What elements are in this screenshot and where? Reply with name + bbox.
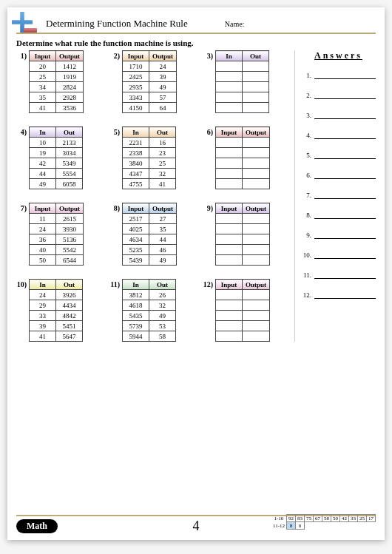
table-row: 543949	[123, 255, 177, 266]
answer-number: 6.	[301, 172, 311, 179]
answer-number: 12.	[301, 291, 311, 299]
problem: 9)InputOutput	[203, 203, 288, 266]
table-row	[216, 224, 270, 234]
table-cell: 41	[30, 331, 56, 342]
table-cell: 5451	[56, 321, 83, 331]
column-header: In	[30, 280, 56, 290]
content-area: 1)InputOutput201412251919342824352928413…	[16, 50, 376, 342]
column-header: In	[123, 280, 149, 290]
answer-number: 9.	[301, 232, 311, 239]
answer-blank[interactable]	[314, 170, 376, 179]
answer-blank[interactable]	[314, 110, 376, 119]
table-cell: 42	[30, 158, 56, 169]
table-cell: 2935	[123, 82, 149, 92]
table-cell	[216, 148, 243, 158]
table-cell: 2824	[56, 82, 84, 92]
answer-blank[interactable]	[314, 270, 376, 279]
answer-line: 1.	[301, 70, 376, 79]
instruction-text: Determine what rule the function machine…	[16, 38, 376, 47]
table-cell: 2425	[123, 72, 149, 82]
table-cell: 16	[149, 138, 176, 148]
function-machine-table: InputOutput25172740253546344452354654394…	[122, 203, 177, 266]
table-cell: 44	[30, 169, 56, 179]
table-cell: 3840	[123, 158, 149, 169]
table-cell: 4434	[56, 300, 83, 311]
answer-blank[interactable]	[314, 130, 376, 139]
table-row: 594458	[123, 331, 176, 342]
table-cell: 11	[30, 214, 56, 224]
table-cell: 4618	[123, 300, 149, 311]
answer-blank[interactable]	[314, 250, 376, 259]
table-cell: 2517	[123, 214, 149, 224]
table-cell: 29	[30, 300, 56, 311]
table-cell	[216, 300, 243, 311]
table-cell	[216, 138, 243, 148]
page-header: Determining Function Machine Rule Name:	[16, 15, 376, 34]
table-cell: 64	[149, 103, 177, 113]
table-cell: 3930	[56, 224, 84, 234]
table-cell: 32	[149, 169, 176, 179]
table-cell	[243, 290, 270, 300]
table-row: 445554	[30, 169, 83, 179]
table-row	[216, 214, 270, 224]
table-row: 543549	[123, 311, 176, 321]
problem-number: 10)	[16, 279, 27, 288]
column-header: Output	[149, 51, 177, 61]
table-row: 102133	[30, 138, 83, 148]
answer-blank[interactable]	[314, 210, 376, 219]
table-cell: 4634	[123, 234, 149, 245]
table-cell: 49	[30, 179, 56, 189]
table-row	[216, 234, 270, 245]
column-header: Output	[56, 51, 84, 61]
answer-line: 4.	[301, 130, 376, 139]
table-cell	[243, 158, 270, 169]
score-cell: 17	[367, 515, 376, 522]
table-row: 365136	[30, 234, 84, 245]
table-cell	[243, 103, 269, 113]
column-header: Input	[216, 203, 243, 214]
table-cell	[243, 234, 270, 245]
problem: 2)InputOutput171024242539293549334357415…	[109, 50, 195, 113]
table-row	[216, 82, 269, 92]
column-header: Input	[30, 51, 56, 61]
answer-line: 8.	[301, 210, 376, 219]
table-row: 523546	[123, 245, 177, 255]
table-cell	[216, 245, 243, 255]
table-cell: 2615	[56, 214, 84, 224]
table-row	[216, 245, 270, 255]
problem-number: 9)	[203, 203, 213, 212]
table-cell	[216, 92, 243, 103]
answer-blank[interactable]	[314, 230, 376, 239]
table-cell: 2231	[123, 138, 149, 148]
table-cell: 4025	[123, 224, 149, 234]
table-cell	[243, 82, 269, 92]
answer-number: 1.	[301, 72, 311, 79]
answer-blank[interactable]	[314, 150, 376, 159]
table-cell	[216, 290, 243, 300]
problem-number: 5)	[109, 126, 120, 136]
column-header: Out	[56, 127, 83, 138]
answer-blank[interactable]	[314, 90, 376, 99]
table-cell	[243, 331, 270, 342]
table-cell	[216, 311, 243, 321]
answer-line: 10.	[301, 250, 376, 259]
table-cell: 58	[149, 331, 176, 342]
table-row: 425349	[30, 158, 83, 169]
answer-blank[interactable]	[314, 70, 376, 79]
table-cell	[243, 214, 270, 224]
function-machine-table: InOut102133193034425349445554496058	[29, 126, 83, 189]
answer-number: 7.	[301, 192, 311, 199]
answer-blank[interactable]	[314, 190, 376, 199]
function-machine-table: InOut223116233823384025434732475541	[122, 126, 176, 189]
table-row: 461832	[123, 300, 176, 311]
table-cell: 39	[149, 72, 177, 82]
table-cell	[243, 138, 270, 148]
table-cell: 49	[149, 255, 177, 266]
table-cell: 4347	[123, 169, 149, 179]
score-cell: 83	[296, 515, 305, 522]
column-header: Input	[123, 203, 149, 214]
table-cell	[216, 214, 243, 224]
table-row: 193034	[30, 148, 83, 158]
answer-blank[interactable]	[314, 290, 376, 299]
table-cell: 10	[30, 138, 56, 148]
